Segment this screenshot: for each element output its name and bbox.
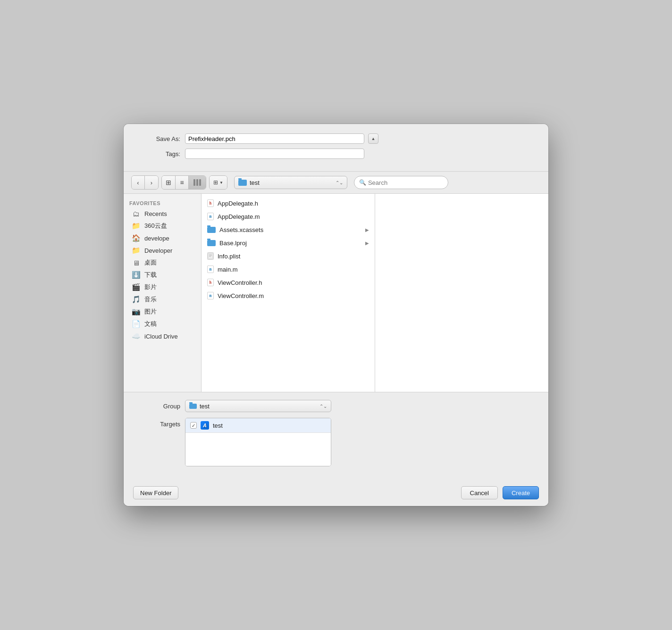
sidebar-item-develope[interactable]: 🏠 develope [126,232,199,244]
file-item-viewcontroller-m[interactable]: m ViewController.m [202,289,375,302]
folder-icon [207,240,216,246]
target-item[interactable]: ✓ test [185,418,331,433]
plist-file-icon [207,252,214,260]
sidebar-item-downloads[interactable]: ⬇️ 下载 [126,269,199,281]
group-row: Group test ⌃⌄ [138,400,534,412]
cancel-button[interactable]: Cancel [461,486,498,499]
file-item-base[interactable]: Base.lproj ▶ [202,236,375,249]
pictures-label: 图片 [144,307,157,316]
group-label: Group [138,403,180,410]
sidebar-item-documents[interactable]: 📄 文稿 [126,318,199,330]
dialog-header: Save As: ▲ Tags: [124,124,548,172]
nav-buttons: ‹ › [131,175,159,190]
save-as-input[interactable] [185,133,364,144]
targets-row: Targets ✓ test [138,418,534,466]
sidebar-item-music[interactable]: 🎵 音乐 [126,293,199,306]
m-file-icon: m [207,292,214,299]
arrange-button[interactable]: ⊞ ▼ [210,176,227,189]
tags-input[interactable] [185,149,364,159]
expand-arrow-icon: ▶ [365,240,369,246]
developer-label: Developer [144,247,172,254]
file-item-infoplist[interactable]: Info.plist [202,249,375,263]
create-button[interactable]: Create [503,486,539,499]
dialog-footer: New Folder Cancel Create [124,481,548,506]
location-selector[interactable]: test ⌃⌄ [234,176,347,189]
save-as-label: Save As: [138,135,180,142]
chevron-up-icon: ▲ [371,136,376,141]
file-item-appdelegate-m[interactable]: m AppDelegate.m [202,210,375,223]
file-item-appdelegate-h[interactable]: h AppDelegate.h [202,197,375,210]
group-chevron-icon: ⌃⌄ [319,404,327,409]
cloud-icon: 📁 [131,222,141,230]
movies-label: 影片 [144,283,157,291]
developer-icon: 📁 [131,246,141,255]
360-label: 360云盘 [144,222,167,230]
file-name: Base.lproj [219,240,247,247]
group-value: test [200,403,317,410]
sidebar-item-recents[interactable]: 🗂 Recents [126,208,199,220]
icon-view-button[interactable]: ⊞ [162,176,176,189]
sidebar-item-desktop[interactable]: 🖥 桌面 [126,257,199,269]
search-box[interactable]: 🔍 [354,176,448,189]
file-name: ViewController.m [218,292,264,299]
documents-icon: 📄 [131,320,141,328]
expand-arrow-icon: ▶ [365,227,369,232]
new-folder-button[interactable]: New Folder [133,486,178,499]
back-button[interactable]: ‹ [132,176,145,189]
arrange-chevron: ▼ [219,181,223,185]
arrange-icon: ⊞ [213,179,218,186]
app-icon [201,421,209,430]
home-icon: 🏠 [131,234,141,242]
favorites-header: Favorites [124,199,201,208]
group-selector[interactable]: test ⌃⌄ [185,400,331,412]
documents-label: 文稿 [144,320,157,328]
sidebar-item-developer[interactable]: 📁 Developer [126,244,199,257]
sidebar-item-pictures[interactable]: 📷 图片 [126,306,199,318]
target-checkbox[interactable]: ✓ [190,422,197,429]
search-input[interactable] [368,179,443,186]
m-file-icon: m [207,265,214,273]
sidebar-item-movies[interactable]: 🎬 影片 [126,281,199,293]
forward-button[interactable]: › [145,176,158,189]
target-name: test [213,422,223,429]
main-area: Favorites 🗂 Recents 📁 360云盘 🏠 develope 📁… [124,194,548,392]
arrange-button-group: ⊞ ▼ [209,175,227,190]
music-icon: 🎵 [131,295,141,304]
list-view-button[interactable]: ≡ [176,176,189,189]
file-item-assets[interactable]: Assets.xcassets ▶ [202,223,375,236]
sidebar: Favorites 🗂 Recents 📁 360云盘 🏠 develope 📁… [124,194,202,392]
camera-icon: 📷 [131,307,141,316]
empty-preview-panel [375,194,548,392]
tags-row: Tags: [138,149,534,159]
sidebar-item-icloud[interactable]: ☁️ iCloud Drive [126,330,199,342]
view-buttons: ⊞ ≡ [161,175,206,190]
file-panel: h AppDelegate.h m AppDelegate.m Assets.x… [202,194,375,392]
download-icon: ⬇️ [131,271,141,279]
desktop-label: 桌面 [144,258,157,267]
desktop-icon: 🖥 [131,259,141,267]
file-name: Assets.xcassets [219,226,263,233]
search-icon: 🔍 [359,179,366,186]
expand-button[interactable]: ▲ [368,133,378,144]
file-item-main-m[interactable]: m main.m [202,263,375,276]
icloud-icon: ☁️ [131,332,141,340]
dialog-bottom: Group test ⌃⌄ Targets ✓ test [124,392,548,481]
tags-label: Tags: [138,150,180,158]
m-file-icon: m [207,213,214,220]
file-name: AppDelegate.m [218,213,260,220]
file-name: main.m [218,266,238,273]
folder-icon [238,180,247,186]
save-as-row: Save As: ▲ [138,133,534,144]
targets-list: ✓ test [185,418,331,466]
column-view-button[interactable] [189,176,206,189]
targets-empty-area [185,433,331,466]
recents-label: Recents [144,210,167,217]
location-chevron: ⌃⌄ [336,180,343,185]
location-name: test [250,179,333,186]
h-file-icon: h [207,279,214,286]
sidebar-item-360[interactable]: 📁 360云盘 [126,220,199,232]
file-name: Info.plist [218,253,240,260]
file-name: AppDelegate.h [218,200,258,207]
music-label: 音乐 [144,295,157,304]
file-item-viewcontroller-h[interactable]: h ViewController.h [202,276,375,289]
